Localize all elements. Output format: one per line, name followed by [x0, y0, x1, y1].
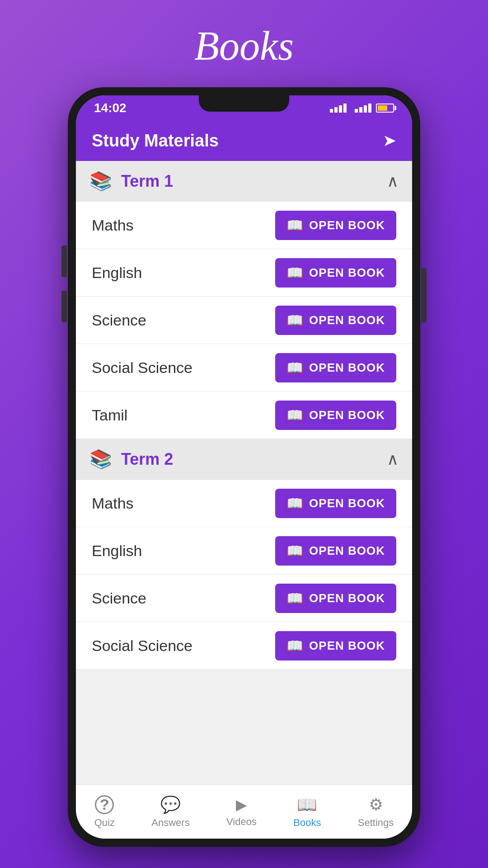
term1-social-science-open-button[interactable]: 📖 OPEN BOOK: [275, 353, 396, 382]
term2-science-open-button[interactable]: 📖 OPEN BOOK: [275, 584, 396, 613]
nav-videos-label: Videos: [226, 816, 257, 828]
term1-science-btn-label: OPEN BOOK: [309, 313, 385, 327]
term1-social-science-label: Social Science: [92, 359, 192, 377]
content-area: 📚 Term 1 ∧ Maths 📖 OPEN BOOK English 📖 O…: [76, 161, 412, 784]
volume-down-button: [61, 291, 67, 322]
term2-social-science-row: Social Science 📖 OPEN BOOK: [76, 622, 412, 670]
term1-book-icon: 📚: [89, 170, 112, 192]
open-book-icon: 📖: [286, 312, 304, 328]
books-icon: 📖: [297, 795, 317, 814]
open-book-icon: 📖: [286, 265, 304, 281]
nav-settings[interactable]: ⚙ Settings: [358, 795, 394, 829]
term1-tamil-row: Tamil 📖 OPEN BOOK: [76, 392, 412, 439]
term2-science-btn-label: OPEN BOOK: [309, 591, 385, 605]
nav-answers[interactable]: 💬 Answers: [151, 795, 189, 829]
term1-header[interactable]: 📚 Term 1 ∧: [76, 161, 412, 202]
term1-english-row: English 📖 OPEN BOOK: [76, 249, 412, 297]
term1-tamil-open-button[interactable]: 📖 OPEN BOOK: [275, 401, 396, 430]
settings-icon: ⚙: [369, 795, 383, 814]
nav-answers-label: Answers: [151, 817, 189, 829]
page-title: Books: [194, 23, 294, 69]
term2-title: Term 2: [121, 450, 173, 469]
open-book-icon: 📖: [286, 638, 304, 654]
term2-header-left: 📚 Term 2: [89, 448, 173, 470]
term2-science-label: Science: [92, 590, 146, 607]
status-time: 14:02: [94, 101, 127, 115]
term1-social-science-btn-label: OPEN BOOK: [309, 361, 385, 375]
term1-tamil-btn-label: OPEN BOOK: [309, 408, 385, 422]
term1-english-open-button[interactable]: 📖 OPEN BOOK: [275, 258, 396, 288]
open-book-icon: 📖: [286, 543, 304, 559]
term2-chevron-icon: ∧: [387, 450, 399, 469]
term2-english-label: English: [92, 542, 142, 560]
open-book-icon: 📖: [286, 495, 304, 511]
nav-settings-label: Settings: [358, 817, 394, 829]
bottom-nav: ? Quiz 💬 Answers ▶ Videos 📖 Books ⚙ Sett…: [76, 784, 412, 839]
phone-frame: 14:02 Study: [68, 87, 420, 847]
term2-maths-row: Maths 📖 OPEN BOOK: [76, 480, 412, 527]
app-header: Study Materials ➤: [76, 120, 412, 161]
term1-title: Term 1: [121, 172, 173, 191]
signal-strength-icon: [330, 104, 347, 113]
open-book-icon: 📖: [286, 590, 304, 606]
battery-icon: [376, 104, 394, 113]
power-button: [421, 268, 427, 322]
term1-maths-open-button[interactable]: 📖 OPEN BOOK: [275, 211, 396, 240]
open-book-icon: 📖: [286, 360, 304, 376]
app-title: Study Materials: [92, 131, 219, 151]
term1-science-label: Science: [92, 311, 146, 329]
term1-english-btn-label: OPEN BOOK: [309, 266, 385, 280]
term1-tamil-label: Tamil: [92, 406, 127, 424]
term2-science-row: Science 📖 OPEN BOOK: [76, 575, 412, 622]
status-icons: [330, 104, 394, 113]
term1-chevron-icon: ∧: [387, 172, 399, 191]
term2-social-science-btn-label: OPEN BOOK: [309, 639, 385, 653]
term2-english-row: English 📖 OPEN BOOK: [76, 527, 412, 575]
nav-videos[interactable]: ▶ Videos: [226, 796, 257, 828]
term1-header-left: 📚 Term 1: [89, 170, 173, 192]
term1-maths-label: Maths: [92, 217, 134, 234]
nav-books-label: Books: [293, 817, 321, 829]
term1-science-row: Science 📖 OPEN BOOK: [76, 297, 412, 344]
share-icon[interactable]: ➤: [383, 131, 396, 150]
volume-up-button: [61, 245, 67, 277]
videos-icon: ▶: [236, 796, 247, 813]
phone-screen: 14:02 Study: [76, 95, 412, 839]
term2-book-icon: 📚: [89, 448, 112, 470]
term2-social-science-open-button[interactable]: 📖 OPEN BOOK: [275, 631, 396, 660]
term1-english-label: English: [92, 264, 142, 282]
term2-english-open-button[interactable]: 📖 OPEN BOOK: [275, 536, 396, 566]
open-book-icon: 📖: [286, 217, 304, 233]
signal-strength-icon-2: [355, 104, 371, 113]
quiz-icon: ?: [95, 795, 114, 814]
term2-english-btn-label: OPEN BOOK: [309, 544, 385, 558]
term2-maths-btn-label: OPEN BOOK: [309, 496, 385, 510]
phone-notch: [199, 95, 289, 112]
open-book-icon: 📖: [286, 407, 304, 423]
term2-header[interactable]: 📚 Term 2 ∧: [76, 439, 412, 480]
term1-maths-row: Maths 📖 OPEN BOOK: [76, 202, 412, 249]
term1-social-science-row: Social Science 📖 OPEN BOOK: [76, 344, 412, 392]
nav-books[interactable]: 📖 Books: [293, 795, 321, 829]
term1-maths-btn-label: OPEN BOOK: [309, 218, 385, 232]
term2-maths-open-button[interactable]: 📖 OPEN BOOK: [275, 489, 396, 518]
nav-quiz[interactable]: ? Quiz: [94, 795, 115, 829]
term2-social-science-label: Social Science: [92, 637, 192, 655]
term2-maths-label: Maths: [92, 495, 134, 512]
nav-quiz-label: Quiz: [94, 817, 115, 829]
answers-icon: 💬: [160, 795, 181, 814]
term1-science-open-button[interactable]: 📖 OPEN BOOK: [275, 306, 396, 335]
